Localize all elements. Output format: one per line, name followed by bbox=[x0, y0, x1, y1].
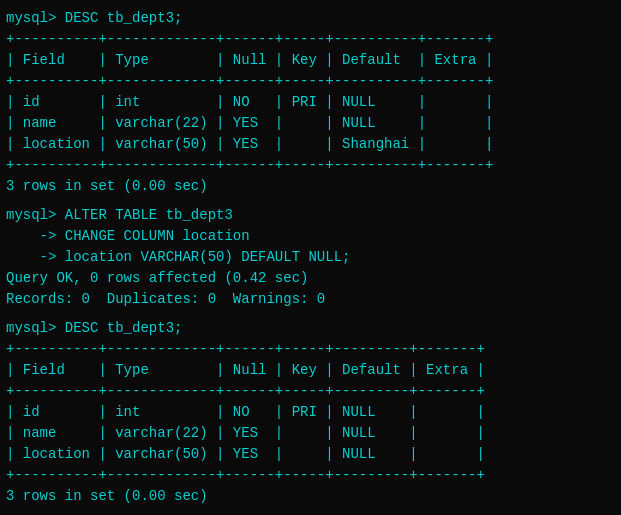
table2-divider-mid: +----------+-------------+------+-----+-… bbox=[6, 381, 615, 402]
table1-header: | Field | Type | Null | Key | Default | … bbox=[6, 50, 615, 71]
table1-footer: 3 rows in set (0.00 sec) bbox=[6, 176, 615, 197]
table1-row-1: | id | int | NO | PRI | NULL | | bbox=[6, 92, 615, 113]
alter-line-2: -> CHANGE COLUMN location bbox=[6, 226, 615, 247]
table2-divider-bot: +----------+-------------+------+-----+-… bbox=[6, 465, 615, 486]
table2-divider-top: +----------+-------------+------+-----+-… bbox=[6, 339, 615, 360]
table2-row-2: | name | varchar(22) | YES | | NULL | | bbox=[6, 423, 615, 444]
table1-row-2: | name | varchar(22) | YES | | NULL | | bbox=[6, 113, 615, 134]
table1-divider-bot: +----------+-------------+------+-----+-… bbox=[6, 155, 615, 176]
table1-row-3: | location | varchar(50) | YES | | Shang… bbox=[6, 134, 615, 155]
alter-line-1: mysql> ALTER TABLE tb_dept3 bbox=[6, 205, 615, 226]
spacer-2 bbox=[6, 310, 615, 318]
prompt-line-2: mysql> DESC tb_dept3; bbox=[6, 318, 615, 339]
alter-line-5: Records: 0 Duplicates: 0 Warnings: 0 bbox=[6, 289, 615, 310]
table1-divider-mid: +----------+-------------+------+-----+-… bbox=[6, 71, 615, 92]
table2-row-3: | location | varchar(50) | YES | | NULL … bbox=[6, 444, 615, 465]
terminal: mysql> DESC tb_dept3; +----------+------… bbox=[6, 8, 615, 507]
table2-row-1: | id | int | NO | PRI | NULL | | bbox=[6, 402, 615, 423]
alter-line-3: -> location VARCHAR(50) DEFAULT NULL; bbox=[6, 247, 615, 268]
table1-divider-top: +----------+-------------+------+-----+-… bbox=[6, 29, 615, 50]
table2-header: | Field | Type | Null | Key | Default | … bbox=[6, 360, 615, 381]
prompt-line-1: mysql> DESC tb_dept3; bbox=[6, 8, 615, 29]
spacer-1 bbox=[6, 197, 615, 205]
table2-footer: 3 rows in set (0.00 sec) bbox=[6, 486, 615, 507]
alter-line-4: Query OK, 0 rows affected (0.42 sec) bbox=[6, 268, 615, 289]
